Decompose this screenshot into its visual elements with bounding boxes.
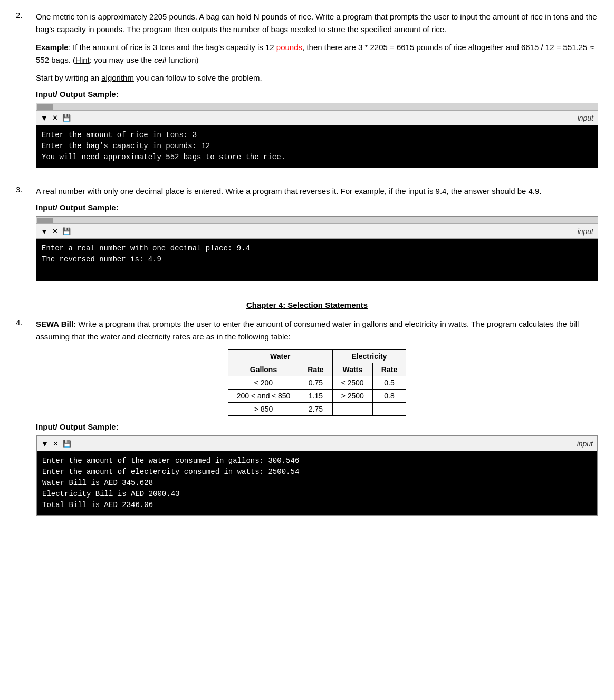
col-watts: Watts [332,363,372,376]
terminal-line-2-0: Enter the amount of rice in tons: 3 [42,130,592,141]
water-rate-1: 1.15 [299,390,332,403]
sewa-bold-label: SEWA Bill: [36,319,76,328]
input-label-4: input [577,440,593,448]
item-2: 2. One metric ton is approximately 2205 … [16,11,598,177]
item-2-content: One metric ton is approximately 2205 pou… [36,11,598,177]
terminal-3-tools: ▼ ✕ 💾 [41,227,71,236]
watts-0: ≤ 2500 [332,376,372,390]
item-2-example: Example: If the amount of rice is 3 tons… [36,41,598,66]
terminal-line-2-1: Enter the bag’s capacity in pounds: 12 [42,141,592,152]
elec-rate-2 [372,403,406,416]
arrow-down-icon-2[interactable]: ▼ [41,114,48,122]
terminal-line-2-2: You will need approximately 552 bags to … [42,152,592,163]
save-icon-3[interactable]: 💾 [62,227,71,235]
gallons-2: > 850 [228,403,299,416]
electricity-header: Electricity [332,350,406,363]
io-label-3: Input/ Output Sample: [36,203,598,212]
example-text3: : you may use the [90,55,155,64]
terminal-3-toolbar: ▼ ✕ 💾 input [36,224,598,239]
table-row-2: > 850 2.75 [228,403,406,416]
terminal-4: ▼ ✕ 💾 input Enter the amount of the wate… [36,435,598,516]
item-number-4: 4. [16,318,31,524]
elec-rate-1: 0.8 [372,390,406,403]
gallons-0: ≤ 200 [228,376,299,390]
elec-rate-0: 0.5 [372,376,406,390]
close-icon-4[interactable]: ✕ [53,440,59,448]
terminal-4-toolbar: ▼ ✕ 💾 input [37,436,597,451]
io-label-4: Input/ Output Sample: [36,422,598,431]
rates-table: Water Electricity Gallons Rate Watts Rat… [228,349,406,416]
gallons-1: 200 < and ≤ 850 [228,390,299,403]
item-4-text: SEWA Bill: Write a program that prompts … [36,318,598,343]
input-label-3: input [578,227,593,236]
table-row-1: 200 < and ≤ 850 1.15 > 2500 0.8 [228,390,406,403]
terminal-2-tools: ▼ ✕ 💾 [41,114,71,122]
example-text1: : If the amount of rice is 3 tons and th… [69,43,276,52]
water-rate-2: 2.75 [299,403,332,416]
col-elec-rate: Rate [372,363,406,376]
water-rate-0: 0.75 [299,376,332,390]
terminal-4-tools: ▼ ✕ 💾 [41,440,71,448]
terminal-line-4-1: Enter the amount of electercity consumed… [42,466,592,478]
table-container: Water Electricity Gallons Rate Watts Rat… [36,349,598,416]
terminal-2-toolbar: ▼ ✕ 💾 input [36,111,598,125]
close-icon-3[interactable]: ✕ [52,227,58,235]
arrow-down-icon-3[interactable]: ▼ [41,227,48,236]
item-3-text: A real number with only one decimal plac… [36,185,598,198]
ceil-italic: ceil [154,55,166,64]
item-2-algorithm: Start by writing an algorithm you can fo… [36,72,598,84]
terminal-3-scrollbar[interactable] [36,217,598,224]
item-4-desc: Write a program that prompts the user to… [36,319,579,341]
col-water-rate: Rate [299,363,332,376]
table-row-0: ≤ 200 0.75 ≤ 2500 0.5 [228,376,406,390]
terminal-4-body: Enter the amount of the water consumed i… [37,451,597,515]
save-icon-4[interactable]: 💾 [63,440,71,448]
watts-2 [332,403,372,416]
algorithm-text: Start by writing an [36,73,101,82]
algorithm-underline: algorithm [101,73,134,82]
io-label-2: Input/ Output Sample: [36,90,598,99]
terminal-line-4-2: Water Bill is AED 345.628 [42,478,592,489]
terminal-2-body: Enter the amount of rice in tons: 3 Ente… [36,125,598,168]
hint-underline: Hint [75,55,90,64]
item-3: 3. A real number with only one decimal p… [16,185,598,290]
col-gallons: Gallons [228,363,299,376]
example-text4: function) [166,55,199,64]
item-number-2: 2. [16,11,31,177]
terminal-line-3-0: Enter a real number with one decimal pla… [42,243,592,254]
item-4-content: SEWA Bill: Write a program that prompts … [36,318,598,524]
terminal-line-3-1: The reversed number is: 4.9 [42,254,592,265]
scroll-thumb-3 [37,218,53,223]
arrow-down-icon-4[interactable]: ▼ [41,440,49,448]
terminal-line-4-3: Electricity Bill is AED 2000.43 [42,489,592,500]
terminal-2-scrollbar[interactable] [36,103,598,111]
chapter-heading: Chapter 4: Selection Statements [16,300,598,309]
example-bold: Example [36,43,69,52]
watts-1: > 2500 [332,390,372,403]
water-header: Water [228,350,332,363]
terminal-line-4-4: Total Bill is AED 2346.06 [42,500,592,511]
terminal-3: ▼ ✕ 💾 input Enter a real number with one… [36,216,598,281]
algorithm-rest: you can follow to solve the problem. [134,73,262,82]
terminal-3-body: Enter a real number with one decimal pla… [36,239,598,281]
item-4: 4. SEWA Bill: Write a program that promp… [16,318,598,524]
terminal-line-4-0: Enter the amount of the water consumed i… [42,455,592,466]
item-2-para1: One metric ton is approximately 2205 pou… [36,11,598,36]
example-red: pounds [276,43,302,52]
input-label-2: input [578,114,593,122]
item-number-3: 3. [16,185,31,290]
close-icon-2[interactable]: ✕ [52,114,58,122]
item-3-content: A real number with only one decimal plac… [36,185,598,290]
save-icon-2[interactable]: 💾 [62,114,71,122]
terminal-2: ▼ ✕ 💾 input Enter the amount of rice in … [36,103,598,168]
scroll-thumb-2 [37,104,53,110]
